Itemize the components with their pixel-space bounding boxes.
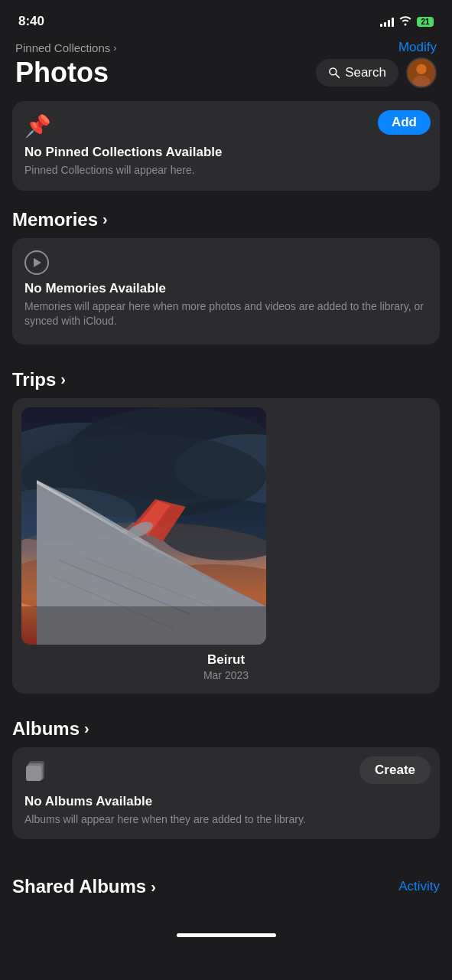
modify-button[interactable]: Modify	[398, 40, 437, 55]
battery-icon: 21	[417, 17, 434, 27]
search-button[interactable]: Search	[316, 59, 398, 87]
pin-icon: 📌	[24, 113, 428, 139]
chevron-right-icon: ›	[113, 42, 116, 54]
albums-title: Albums	[12, 718, 80, 740]
header-actions: Search	[316, 57, 437, 88]
shared-albums-title-row[interactable]: Shared Albums ›	[12, 876, 156, 897]
pinned-collections-label: Pinned Collections	[15, 41, 110, 54]
shared-albums-chevron-icon: ›	[151, 878, 156, 896]
status-icons: 21	[380, 15, 434, 28]
trips-chevron-icon: ›	[60, 371, 66, 388]
pinned-collections-link[interactable]: Pinned Collections ›	[15, 41, 117, 54]
trip-thumbnail	[21, 407, 266, 645]
trip-info: Beirut Mar 2023	[21, 645, 431, 684]
header-bottom-row: Photos Search	[15, 57, 437, 89]
memories-title: Memories	[12, 209, 98, 230]
albums-empty-subtitle: Albums will appear here when they are ad…	[24, 812, 428, 828]
memories-empty-title: No Memories Available	[24, 281, 428, 296]
add-button[interactable]: Add	[378, 110, 431, 135]
status-bar: 8:40 21	[0, 0, 452, 37]
pinned-empty-title: No Pinned Collections Available	[24, 145, 428, 160]
memories-chevron-icon: ›	[102, 211, 108, 228]
signal-icon	[380, 16, 394, 27]
trip-image	[21, 407, 266, 645]
trip-date: Mar 2023	[21, 669, 431, 681]
albums-empty-title: No Albums Available	[24, 794, 428, 809]
wifi-icon	[398, 15, 412, 28]
header: Pinned Collections › Modify Photos Searc…	[0, 37, 452, 95]
page-title: Photos	[15, 57, 109, 89]
memories-card: No Memories Available Memories will appe…	[12, 238, 440, 345]
pinned-collections-card: 📌 Add No Pinned Collections Available Pi…	[12, 101, 440, 191]
albums-card: Create No Albums Available Albums will a…	[12, 747, 440, 840]
svg-point-3	[416, 64, 426, 74]
memories-section-header[interactable]: Memories ›	[0, 209, 452, 230]
trips-section-header[interactable]: Trips ›	[0, 369, 452, 390]
shared-albums-title: Shared Albums	[12, 876, 146, 897]
memories-icon	[24, 250, 428, 275]
svg-rect-24	[21, 606, 266, 645]
search-icon	[328, 67, 340, 79]
search-label: Search	[345, 65, 386, 80]
home-indicator	[177, 933, 276, 937]
status-time: 8:40	[18, 14, 44, 29]
albums-section-header[interactable]: Albums ›	[0, 718, 452, 740]
memories-empty-subtitle: Memories will appear here when more phot…	[24, 299, 428, 329]
trip-name: Beirut	[21, 652, 431, 668]
trips-title: Trips	[12, 369, 56, 390]
albums-chevron-icon: ›	[84, 720, 89, 737]
shared-albums-header: Shared Albums › Activity	[0, 864, 452, 897]
avatar[interactable]	[406, 57, 437, 88]
svg-rect-27	[26, 766, 41, 781]
activity-link[interactable]: Activity	[398, 879, 440, 894]
pinned-empty-subtitle: Pinned Collections will appear here.	[24, 163, 428, 178]
trips-card[interactable]: Beirut Mar 2023	[12, 398, 440, 694]
header-top-row: Pinned Collections › Modify	[15, 40, 437, 55]
pinned-collections-section: 📌 Add No Pinned Collections Available Pi…	[0, 101, 452, 191]
create-button[interactable]: Create	[359, 756, 431, 784]
svg-line-1	[336, 74, 339, 77]
memories-play-icon	[24, 250, 49, 275]
